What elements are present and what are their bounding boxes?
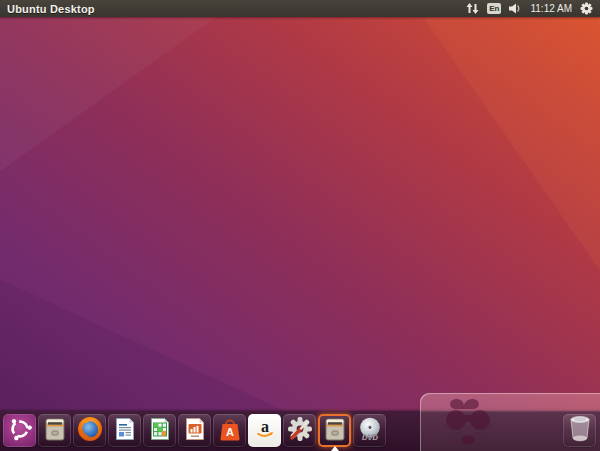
amazon-letter: a (261, 418, 269, 435)
volume-icon[interactable] (509, 3, 522, 14)
screencast-watermark (420, 393, 600, 451)
top-panel: Ubuntu Desktop En 11:12 AM (0, 0, 600, 17)
libreoffice-impress-icon (182, 416, 208, 446)
settings-gear-icon (287, 416, 313, 446)
launcher-item-libreoffice-impress[interactable] (178, 414, 211, 447)
launcher-item-ubuntu-software[interactable]: A (213, 414, 246, 447)
file-cabinet-icon (42, 416, 68, 446)
dvd-disc-icon: DVD (357, 416, 383, 446)
launcher-item-dash-home[interactable] (3, 414, 36, 447)
panel-indicators: En 11:12 AM (466, 2, 600, 15)
launcher-item-libreoffice-calc[interactable] (143, 414, 176, 447)
software-bag-icon: A (217, 416, 243, 446)
wallpaper-facet (330, 0, 600, 271)
launcher-item-files-active[interactable] (318, 414, 351, 447)
libreoffice-writer-icon (112, 416, 138, 446)
libreoffice-calc-icon (147, 416, 173, 446)
keyboard-layout-indicator[interactable]: En (487, 3, 501, 14)
launcher-item-amazon[interactable]: a (248, 414, 281, 447)
launcher-item-dvd[interactable]: DVD (353, 414, 386, 447)
session-gear-icon[interactable] (580, 2, 593, 15)
running-app-arrow (331, 446, 339, 451)
wallpaper-facet (0, 0, 600, 451)
amazon-icon: a (252, 416, 278, 446)
firefox-icon (77, 416, 103, 446)
panel-app-title: Ubuntu Desktop (0, 3, 95, 15)
launcher-item-libreoffice-writer[interactable] (108, 414, 141, 447)
network-arrows-icon[interactable] (466, 3, 479, 14)
dvd-label: DVD (362, 432, 378, 441)
software-letter: A (226, 426, 234, 438)
launcher-item-system-settings[interactable] (283, 414, 316, 447)
ubuntu-logo-icon (7, 416, 33, 446)
file-cabinet-icon (322, 416, 348, 446)
clock[interactable]: 11:12 AM (530, 3, 572, 14)
ubuntu-desktop: Ubuntu Desktop En 11:12 AM (0, 0, 600, 451)
wallpaper-facet (0, 0, 600, 451)
mascot-logo-icon (434, 395, 508, 451)
launcher-item-firefox[interactable] (73, 414, 106, 447)
launcher-item-files[interactable] (38, 414, 71, 447)
